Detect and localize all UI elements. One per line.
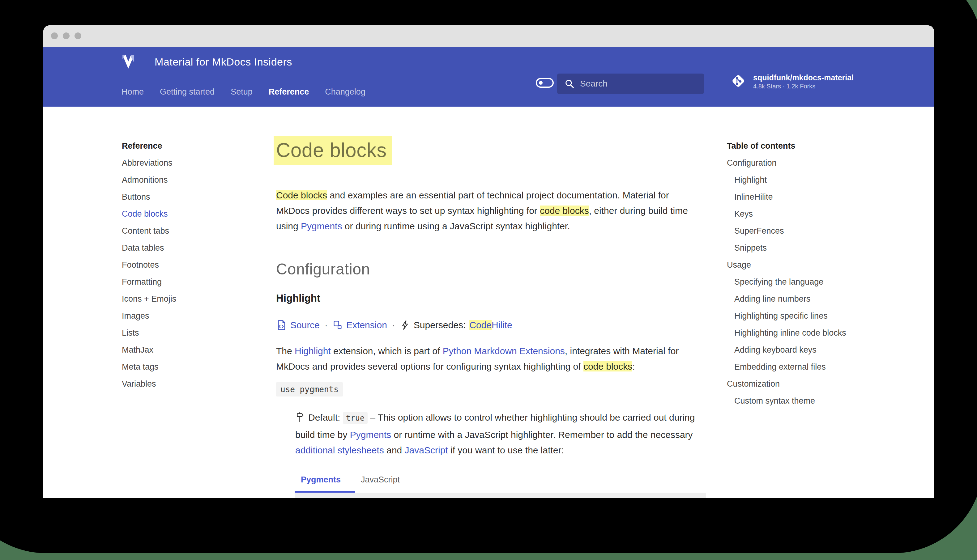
toc-item-superfences[interactable]: SuperFences [727, 223, 919, 240]
header-tab-setup[interactable]: Setup [231, 87, 253, 97]
site-header: Material for MkDocs Insiders HomeGetting… [43, 47, 934, 107]
header-tab-reference[interactable]: Reference [268, 87, 309, 97]
subsection-heading-highlight: Highlight [276, 292, 320, 304]
toc-item-embedding-external-files[interactable]: Embedding external files [727, 358, 919, 375]
intro-paragraph: Code blocks and examples are an essentia… [276, 188, 704, 234]
page-content: Reference AbbreviationsAdmonitionsButton… [43, 107, 934, 498]
toc-item-highlighting-inline-code-blocks[interactable]: Highlighting inline code blocks [727, 325, 919, 342]
window-button-minimize[interactable] [63, 32, 70, 39]
toc-item-keys[interactable]: Keys [727, 205, 919, 223]
text-run: : [632, 361, 635, 372]
sidebar-item-images[interactable]: Images [122, 308, 264, 325]
supersedes-label: Supersedes: [413, 320, 466, 330]
sidebar-item-admonitions[interactable]: Admonitions [122, 172, 264, 188]
search-box [557, 73, 704, 94]
sidebar-item-variables[interactable]: Variables [122, 375, 264, 392]
search-highlight: code blocks [584, 361, 632, 372]
sidebar-nav: Reference AbbreviationsAdmonitionsButton… [122, 138, 264, 392]
source-code-file-icon [276, 320, 287, 330]
text-run: Default: [308, 412, 343, 422]
option-name-chip: use_pygments [276, 382, 343, 397]
sidebar-title: Reference [122, 138, 264, 155]
code-example-tabs: PygmentsJavaScript [295, 473, 706, 487]
text-run: if you want to use the latter: [448, 445, 564, 455]
search-icon [565, 79, 574, 89]
search-highlight: code blocks [540, 205, 589, 216]
browser-window: Material for MkDocs Insiders HomeGetting… [43, 25, 934, 498]
search-highlight: Code [469, 320, 492, 330]
toc-item-specifying-the-language[interactable]: Specifying the language [727, 273, 919, 290]
sidebar-item-code-blocks[interactable]: Code blocks [122, 205, 264, 223]
section-heading-configuration: Configuration [276, 260, 370, 278]
mkdocs-material-logo-icon[interactable] [120, 54, 136, 69]
source-link[interactable]: Source [290, 320, 320, 330]
header-tab-changelog[interactable]: Changelog [325, 87, 365, 97]
extension-icon [333, 320, 343, 330]
repo-stats: 4.8k Stars · 1.2k Forks [753, 83, 854, 90]
header-tab-bar: HomeGetting startedSetupReferenceChangel… [122, 83, 365, 100]
extension-link[interactable]: Extension [346, 320, 387, 330]
toc-item-highlight[interactable]: Highlight [727, 172, 919, 188]
window-titlebar [43, 25, 934, 47]
window-button-close[interactable] [51, 32, 58, 39]
sidebar-item-buttons[interactable]: Buttons [122, 188, 264, 205]
theme-toggle-icon[interactable] [536, 78, 554, 88]
text-run: extension, which is part of [331, 346, 443, 356]
meta-separator: · [391, 320, 396, 330]
option-definition: Default: true – This option allows to co… [295, 410, 700, 458]
header-tab-home[interactable]: Home [122, 87, 144, 97]
toc-item-configuration[interactable]: Configuration [727, 155, 919, 172]
inline-code: true [343, 412, 368, 424]
page-title: Code blocks [273, 136, 392, 165]
sidebar-item-content-tabs[interactable]: Content tabs [122, 223, 264, 240]
code-tab-pygments[interactable]: Pygments [301, 475, 341, 485]
toc-item-adding-keyboard-keys[interactable]: Adding keyboard keys [727, 342, 919, 358]
inline-link-pygments[interactable]: Pygments [350, 430, 391, 440]
inline-link-python-markdown-extensions[interactable]: Python Markdown Extensions [443, 346, 565, 356]
sidebar-item-footnotes[interactable]: Footnotes [122, 257, 264, 273]
supersedes-link[interactable]: CodeHilite [469, 320, 512, 330]
inline-link-highlight[interactable]: Highlight [295, 346, 331, 356]
text-run: The [276, 346, 295, 356]
header-tab-getting-started[interactable]: Getting started [160, 87, 215, 97]
sidebar-item-abbreviations[interactable]: Abbreviations [122, 155, 264, 172]
sidebar-item-formatting[interactable]: Formatting [122, 273, 264, 290]
inline-link-javascript[interactable]: JavaScript [405, 445, 448, 455]
sidebar-item-mathjax[interactable]: MathJax [122, 342, 264, 358]
option-row: use_pygments [276, 385, 343, 394]
sidebar-item-icons-emojis[interactable]: Icons + Emojis [122, 290, 264, 308]
text-run: or runtime with a JavaScript highlighter… [391, 430, 693, 440]
toc-item-highlighting-specific-lines[interactable]: Highlighting specific lines [727, 308, 919, 325]
search-highlight: Code blocks [276, 190, 327, 200]
text-run: and [384, 445, 405, 455]
git-repo-icon [730, 73, 746, 90]
site-title: Material for MkDocs Insiders [155, 54, 292, 69]
toc-item-custom-syntax-theme[interactable]: Custom syntax theme [727, 392, 919, 410]
inline-link-additional-stylesheets[interactable]: additional stylesheets [295, 445, 384, 455]
sidebar-item-lists[interactable]: Lists [122, 325, 264, 342]
window-button-zoom[interactable] [75, 32, 81, 39]
extension-meta-line: Source · Extension · Supersedes: CodeHil… [276, 320, 512, 330]
inline-link-pygments[interactable]: Pygments [301, 221, 342, 231]
lightning-bolt-icon [400, 320, 410, 330]
repo-link[interactable]: squidfunk/mkdocs-material 4.8k Stars · 1… [730, 73, 854, 90]
toc-item-snippets[interactable]: Snippets [727, 240, 919, 257]
highlight-paragraph: The Highlight extension, which is part o… [276, 343, 704, 374]
toc-item-usage[interactable]: Usage [727, 257, 919, 273]
code-block-area [295, 493, 706, 498]
sidebar-item-meta-tags[interactable]: Meta tags [122, 358, 264, 375]
toc-item-customization[interactable]: Customization [727, 375, 919, 392]
text-run: or during runtime using a JavaScript syn… [342, 221, 570, 231]
repo-name: squidfunk/mkdocs-material [753, 73, 854, 83]
meta-separator: · [323, 320, 329, 330]
sidebar-item-data-tables[interactable]: Data tables [122, 240, 264, 257]
code-tab-javascript[interactable]: JavaScript [361, 475, 400, 485]
signpost-default-icon [295, 412, 305, 427]
table-of-contents: Table of contents ConfigurationHighlight… [727, 138, 919, 410]
search-input[interactable] [580, 73, 697, 94]
toc-item-adding-line-numbers[interactable]: Adding line numbers [727, 290, 919, 308]
toc-item-inlinehilite[interactable]: InlineHilite [727, 188, 919, 205]
toc-title: Table of contents [727, 138, 919, 155]
